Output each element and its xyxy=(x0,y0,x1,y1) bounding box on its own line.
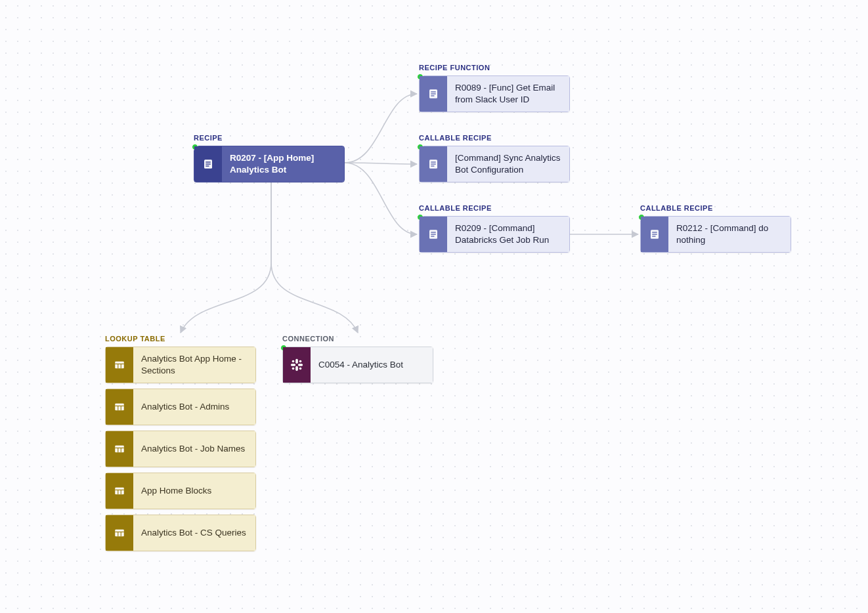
node-connection[interactable]: CONNECTION C0054 - Analytics Bot xyxy=(282,335,433,383)
node-label: Analytics Bot - Admins xyxy=(133,389,255,425)
lookup-table-card[interactable]: Analytics Bot - Job Names xyxy=(105,431,256,467)
card[interactable]: R0089 - [Func] Get Email from Slack User… xyxy=(419,75,570,112)
node-type-label: CALLABLE RECIPE xyxy=(640,204,791,212)
table-icon xyxy=(106,473,133,509)
svg-rect-2 xyxy=(206,163,211,165)
node-type-label: CALLABLE RECIPE xyxy=(419,134,570,142)
node-lookup-stack: LOOKUP TABLE Analytics Bot App Home - Se… xyxy=(105,335,256,551)
table-icon xyxy=(106,389,133,425)
card[interactable]: R0212 - [Command] do nothing xyxy=(640,216,791,253)
svg-rect-9 xyxy=(431,161,436,163)
lookup-table-card[interactable]: Analytics Bot - CS Queries xyxy=(105,515,256,551)
card[interactable]: R0209 - [Command] Databricks Get Job Run xyxy=(419,216,570,253)
svg-point-47 xyxy=(292,368,295,370)
node-label: Analytics Bot - Job Names xyxy=(133,431,255,467)
svg-rect-11 xyxy=(431,165,434,167)
svg-point-45 xyxy=(292,360,295,363)
lookup-table-card[interactable]: App Home Blocks xyxy=(105,473,256,509)
svg-rect-17 xyxy=(652,232,657,233)
svg-rect-1 xyxy=(206,161,211,163)
svg-rect-29 xyxy=(115,446,124,453)
card[interactable]: [Command] Sync Analytics Bot Configurati… xyxy=(419,146,570,182)
node-label: R0089 - [Func] Get Email from Slack User… xyxy=(447,76,569,112)
card[interactable]: C0054 - Analytics Bot xyxy=(282,347,433,383)
svg-rect-15 xyxy=(431,236,434,237)
recipe-icon xyxy=(420,146,447,182)
svg-rect-3 xyxy=(206,165,209,167)
node-type-label: CONNECTION xyxy=(282,335,433,343)
node-label: R0207 - [App Home] Analytics Bot xyxy=(222,146,344,182)
node-type-label: CALLABLE RECIPE xyxy=(419,204,570,212)
svg-rect-43 xyxy=(291,364,295,366)
card[interactable]: R0207 - [App Home] Analytics Bot xyxy=(194,146,345,182)
node-label: [Command] Sync Analytics Bot Configurati… xyxy=(447,146,569,182)
node-label: App Home Blocks xyxy=(133,473,255,509)
table-icon xyxy=(106,515,133,551)
node-callable-recipe-databricks[interactable]: CALLABLE RECIPE R0209 - [Command] Databr… xyxy=(419,204,570,253)
svg-rect-6 xyxy=(431,93,436,95)
svg-rect-33 xyxy=(115,488,124,495)
recipe-icon xyxy=(641,217,668,252)
lookup-table-card[interactable]: Analytics Bot - Admins xyxy=(105,389,256,425)
table-icon xyxy=(106,347,133,383)
svg-rect-7 xyxy=(431,95,434,96)
node-callable-recipe-sync[interactable]: CALLABLE RECIPE [Command] Sync Analytics… xyxy=(419,134,570,182)
svg-point-46 xyxy=(299,360,302,363)
svg-rect-18 xyxy=(652,234,657,235)
svg-point-48 xyxy=(299,368,302,370)
node-label: Analytics Bot App Home - Sections xyxy=(133,347,255,383)
node-recipe-root[interactable]: RECIPE R0207 - [App Home] Analytics Bot xyxy=(194,134,345,182)
node-recipe-function[interactable]: RECIPE FUNCTION R0089 - [Func] Get Email… xyxy=(419,64,570,112)
table-icon xyxy=(106,431,133,467)
node-type-label: RECIPE xyxy=(194,134,345,142)
slack-icon xyxy=(283,347,311,383)
node-type-label: RECIPE FUNCTION xyxy=(419,64,570,72)
svg-rect-5 xyxy=(431,91,436,93)
svg-rect-42 xyxy=(295,366,298,371)
svg-rect-19 xyxy=(652,236,655,237)
svg-rect-41 xyxy=(295,359,298,364)
node-label: C0054 - Analytics Bot xyxy=(311,347,433,383)
recipe-icon xyxy=(420,76,447,112)
svg-rect-14 xyxy=(431,234,436,235)
svg-rect-13 xyxy=(431,232,436,233)
recipe-icon xyxy=(194,146,222,182)
node-callable-recipe-donothing[interactable]: CALLABLE RECIPE R0212 - [Command] do not… xyxy=(640,204,791,253)
node-type-label: LOOKUP TABLE xyxy=(105,335,256,343)
node-label: R0209 - [Command] Databricks Get Job Run xyxy=(447,217,569,252)
svg-rect-10 xyxy=(431,163,436,165)
node-label: R0212 - [Command] do nothing xyxy=(668,217,791,252)
recipe-icon xyxy=(420,217,447,252)
svg-rect-25 xyxy=(115,404,124,411)
lookup-table-card[interactable]: Analytics Bot App Home - Sections xyxy=(105,347,256,383)
svg-rect-44 xyxy=(298,364,303,366)
svg-rect-37 xyxy=(115,530,124,537)
node-label: Analytics Bot - CS Queries xyxy=(133,515,255,551)
